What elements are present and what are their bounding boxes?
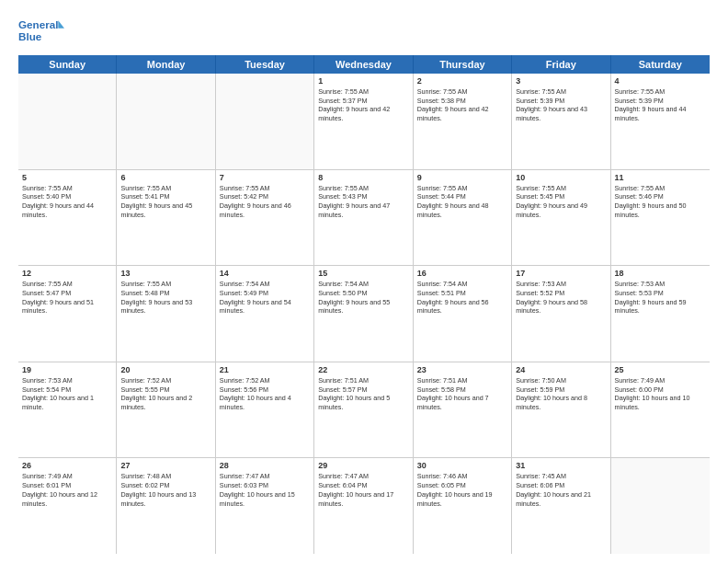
- cell-info: Sunrise: 7:54 AMSunset: 5:49 PMDaylight:…: [220, 280, 310, 316]
- day-header-friday: Friday: [512, 55, 610, 74]
- day-header-sunday: Sunday: [18, 55, 117, 74]
- day-number: 17: [516, 269, 606, 278]
- day-cell-8: 8 Sunrise: 7:55 AMSunset: 5:43 PMDayligh…: [314, 170, 413, 266]
- cell-info: Sunrise: 7:55 AMSunset: 5:37 PMDaylight:…: [318, 87, 408, 123]
- cell-info: Sunrise: 7:52 AMSunset: 5:55 PMDaylight:…: [120, 376, 210, 412]
- cell-info: Sunrise: 7:48 AMSunset: 6:02 PMDaylight:…: [120, 472, 210, 508]
- cell-info: Sunrise: 7:55 AMSunset: 5:38 PMDaylight:…: [417, 87, 507, 123]
- day-cell-21: 21 Sunrise: 7:52 AMSunset: 5:56 PMDaylig…: [216, 362, 314, 458]
- day-number: 9: [417, 173, 507, 182]
- day-number: 3: [516, 76, 606, 86]
- day-number: 13: [120, 269, 210, 278]
- svg-marker-2: [58, 20, 64, 28]
- day-number: 26: [22, 461, 112, 470]
- cell-info: Sunrise: 7:53 AMSunset: 5:53 PMDaylight:…: [615, 280, 706, 316]
- day-cell-10: 10 Sunrise: 7:55 AMSunset: 5:45 PMDaylig…: [512, 170, 610, 266]
- day-cell-30: 30 Sunrise: 7:46 AMSunset: 6:05 PMDaylig…: [414, 458, 512, 554]
- day-number: 24: [516, 365, 606, 374]
- week-row-0: 1 Sunrise: 7:55 AMSunset: 5:37 PMDayligh…: [18, 74, 710, 170]
- empty-cell: [18, 74, 117, 169]
- calendar-header: SundayMondayTuesdayWednesdayThursdayFrid…: [18, 55, 710, 74]
- week-row-3: 19 Sunrise: 7:53 AMSunset: 5:54 PMDaylig…: [18, 362, 710, 459]
- day-cell-15: 15 Sunrise: 7:54 AMSunset: 5:50 PMDaylig…: [314, 266, 413, 362]
- week-row-4: 26 Sunrise: 7:49 AMSunset: 6:01 PMDaylig…: [18, 458, 710, 554]
- day-number: 10: [516, 173, 606, 182]
- day-number: 8: [318, 173, 408, 182]
- day-header-saturday: Saturday: [611, 55, 710, 74]
- day-cell-17: 17 Sunrise: 7:53 AMSunset: 5:52 PMDaylig…: [512, 266, 610, 362]
- day-cell-22: 22 Sunrise: 7:51 AMSunset: 5:57 PMDaylig…: [314, 362, 413, 458]
- day-cell-25: 25 Sunrise: 7:49 AMSunset: 6:00 PMDaylig…: [611, 362, 710, 458]
- cell-info: Sunrise: 7:55 AMSunset: 5:44 PMDaylight:…: [417, 184, 507, 220]
- day-cell-29: 29 Sunrise: 7:47 AMSunset: 6:04 PMDaylig…: [314, 458, 413, 554]
- cell-info: Sunrise: 7:55 AMSunset: 5:48 PMDaylight:…: [120, 280, 210, 316]
- day-cell-26: 26 Sunrise: 7:49 AMSunset: 6:01 PMDaylig…: [18, 458, 117, 554]
- day-cell-20: 20 Sunrise: 7:52 AMSunset: 5:55 PMDaylig…: [117, 362, 215, 458]
- day-header-wednesday: Wednesday: [314, 55, 413, 74]
- empty-cell: [611, 458, 710, 554]
- day-cell-13: 13 Sunrise: 7:55 AMSunset: 5:48 PMDaylig…: [117, 266, 215, 362]
- cell-info: Sunrise: 7:49 AMSunset: 6:01 PMDaylight:…: [22, 472, 112, 508]
- day-cell-14: 14 Sunrise: 7:54 AMSunset: 5:49 PMDaylig…: [216, 266, 314, 362]
- logo: General Blue: [18, 15, 64, 48]
- cell-info: Sunrise: 7:55 AMSunset: 5:39 PMDaylight:…: [516, 87, 606, 123]
- cell-info: Sunrise: 7:54 AMSunset: 5:51 PMDaylight:…: [417, 280, 507, 316]
- cell-info: Sunrise: 7:49 AMSunset: 6:00 PMDaylight:…: [615, 376, 706, 412]
- page: General Blue SundayMondayTuesdayWednesda…: [0, 0, 728, 563]
- day-number: 6: [120, 173, 210, 182]
- cell-info: Sunrise: 7:54 AMSunset: 5:50 PMDaylight:…: [318, 280, 408, 316]
- day-cell-27: 27 Sunrise: 7:48 AMSunset: 6:02 PMDaylig…: [117, 458, 215, 554]
- day-number: 5: [22, 173, 112, 182]
- day-header-monday: Monday: [117, 55, 215, 74]
- cell-info: Sunrise: 7:46 AMSunset: 6:05 PMDaylight:…: [417, 472, 507, 508]
- day-cell-6: 6 Sunrise: 7:55 AMSunset: 5:41 PMDayligh…: [117, 170, 215, 266]
- cell-info: Sunrise: 7:55 AMSunset: 5:42 PMDaylight:…: [220, 184, 310, 220]
- cell-info: Sunrise: 7:55 AMSunset: 5:46 PMDaylight:…: [615, 184, 706, 220]
- day-cell-18: 18 Sunrise: 7:53 AMSunset: 5:53 PMDaylig…: [611, 266, 710, 362]
- day-number: 27: [120, 461, 210, 470]
- day-cell-4: 4 Sunrise: 7:55 AMSunset: 5:39 PMDayligh…: [611, 74, 710, 169]
- day-cell-23: 23 Sunrise: 7:51 AMSunset: 5:58 PMDaylig…: [414, 362, 512, 458]
- week-row-2: 12 Sunrise: 7:55 AMSunset: 5:47 PMDaylig…: [18, 266, 710, 362]
- day-number: 29: [318, 461, 408, 470]
- cell-info: Sunrise: 7:51 AMSunset: 5:58 PMDaylight:…: [417, 376, 507, 412]
- cell-info: Sunrise: 7:55 AMSunset: 5:39 PMDaylight:…: [615, 87, 706, 123]
- cell-info: Sunrise: 7:55 AMSunset: 5:40 PMDaylight:…: [22, 184, 112, 220]
- svg-text:General: General: [18, 18, 58, 30]
- day-cell-3: 3 Sunrise: 7:55 AMSunset: 5:39 PMDayligh…: [512, 74, 610, 169]
- day-cell-28: 28 Sunrise: 7:47 AMSunset: 6:03 PMDaylig…: [216, 458, 314, 554]
- day-number: 31: [516, 461, 606, 470]
- day-header-tuesday: Tuesday: [216, 55, 314, 74]
- day-cell-9: 9 Sunrise: 7:55 AMSunset: 5:44 PMDayligh…: [414, 170, 512, 266]
- day-number: 20: [120, 365, 210, 374]
- day-cell-31: 31 Sunrise: 7:45 AMSunset: 6:06 PMDaylig…: [512, 458, 610, 554]
- cell-info: Sunrise: 7:50 AMSunset: 5:59 PMDaylight:…: [516, 376, 606, 412]
- day-number: 2: [417, 76, 507, 86]
- day-number: 21: [220, 365, 310, 374]
- day-cell-11: 11 Sunrise: 7:55 AMSunset: 5:46 PMDaylig…: [611, 170, 710, 266]
- cell-info: Sunrise: 7:53 AMSunset: 5:52 PMDaylight:…: [516, 280, 606, 316]
- day-cell-7: 7 Sunrise: 7:55 AMSunset: 5:42 PMDayligh…: [216, 170, 314, 266]
- day-cell-24: 24 Sunrise: 7:50 AMSunset: 5:59 PMDaylig…: [512, 362, 610, 458]
- day-cell-12: 12 Sunrise: 7:55 AMSunset: 5:47 PMDaylig…: [18, 266, 117, 362]
- day-number: 30: [417, 461, 507, 470]
- day-cell-19: 19 Sunrise: 7:53 AMSunset: 5:54 PMDaylig…: [18, 362, 117, 458]
- cell-info: Sunrise: 7:47 AMSunset: 6:04 PMDaylight:…: [318, 472, 408, 508]
- day-number: 4: [615, 76, 706, 86]
- cell-info: Sunrise: 7:51 AMSunset: 5:57 PMDaylight:…: [318, 376, 408, 412]
- day-number: 25: [615, 365, 706, 374]
- day-number: 28: [220, 461, 310, 470]
- day-cell-16: 16 Sunrise: 7:54 AMSunset: 5:51 PMDaylig…: [414, 266, 512, 362]
- day-number: 1: [318, 76, 408, 86]
- day-number: 14: [220, 269, 310, 278]
- cell-info: Sunrise: 7:55 AMSunset: 5:43 PMDaylight:…: [318, 184, 408, 220]
- cell-info: Sunrise: 7:53 AMSunset: 5:54 PMDaylight:…: [22, 376, 112, 412]
- day-header-thursday: Thursday: [414, 55, 512, 74]
- calendar: SundayMondayTuesdayWednesdayThursdayFrid…: [18, 55, 710, 554]
- day-number: 12: [22, 269, 112, 278]
- day-cell-2: 2 Sunrise: 7:55 AMSunset: 5:38 PMDayligh…: [414, 74, 512, 169]
- day-number: 23: [417, 365, 507, 374]
- empty-cell: [216, 74, 314, 169]
- day-number: 22: [318, 365, 408, 374]
- day-cell-5: 5 Sunrise: 7:55 AMSunset: 5:40 PMDayligh…: [18, 170, 117, 266]
